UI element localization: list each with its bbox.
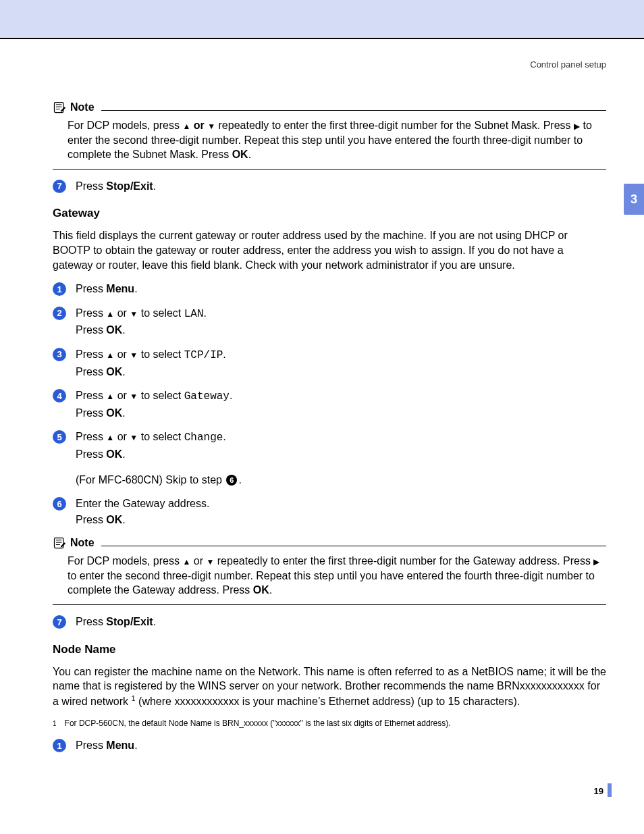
gateway-step-4: 4 Press ▲ or ▼ to select Gateway. Press … bbox=[53, 388, 606, 421]
gateway-step-6: 6 Enter the Gateway address. Press OK. bbox=[53, 496, 606, 528]
up-arrow-icon: ▲ bbox=[106, 433, 114, 442]
breadcrumb: Control panel setup bbox=[53, 59, 606, 70]
down-arrow-icon: ▼ bbox=[207, 122, 215, 131]
step-7-stop-exit: 7 Press Stop/Exit. bbox=[53, 179, 606, 195]
note-icon bbox=[53, 101, 66, 114]
down-arrow-icon: ▼ bbox=[130, 392, 138, 401]
footnote-1: 1 For DCP-560CN, the default Node Name i… bbox=[53, 719, 606, 729]
step-badge: 1 bbox=[53, 282, 66, 296]
node-step-1: 1 Press Menu. bbox=[53, 738, 606, 754]
gateway-step-5: 5 Press ▲ or ▼ to select Change. Press O… bbox=[53, 429, 606, 488]
footnote-text: For DCP-560CN, the default Node Name is … bbox=[65, 719, 451, 729]
page-number: 19 bbox=[594, 786, 603, 796]
step-badge: 3 bbox=[53, 348, 66, 361]
down-arrow-icon: ▼ bbox=[130, 433, 138, 442]
note-body: For DCP models, press ▲ or ▼ repeatedly … bbox=[68, 554, 606, 598]
right-arrow-icon: ▶ bbox=[574, 122, 580, 131]
note-end-rule bbox=[53, 169, 606, 170]
up-arrow-icon: ▲ bbox=[182, 557, 190, 567]
note-block-gateway: Note For DCP models, press ▲ or ▼ repeat… bbox=[53, 536, 606, 605]
gateway-step-3: 3 Press ▲ or ▼ to select TCP/IP. Press O… bbox=[53, 347, 606, 380]
step-badge: 5 bbox=[53, 430, 66, 444]
up-arrow-icon: ▲ bbox=[106, 309, 114, 319]
step-7-stop-exit-b: 7 Press Stop/Exit. bbox=[53, 615, 606, 631]
node-name-intro: You can register the machine name on the… bbox=[53, 664, 606, 709]
gateway-intro: This field displays the current gateway … bbox=[53, 228, 606, 272]
heading-gateway: Gateway bbox=[53, 207, 606, 220]
up-arrow-icon: ▲ bbox=[106, 392, 114, 401]
note-label: Note bbox=[70, 537, 95, 549]
step-badge: 1 bbox=[53, 739, 66, 752]
step-badge: 7 bbox=[53, 615, 66, 629]
note-block-subnet: Note For DCP models, press ▲ or ▼ repeat… bbox=[53, 101, 606, 170]
note-body: For DCP models, press ▲ or ▼ repeatedly … bbox=[68, 118, 606, 162]
up-arrow-icon: ▲ bbox=[106, 350, 114, 360]
page-number-bar bbox=[608, 783, 612, 797]
step-badge: 2 bbox=[53, 307, 66, 320]
gateway-step-2: 2 Press ▲ or ▼ to select LAN. Press OK. bbox=[53, 306, 606, 339]
heading-node-name: Node Name bbox=[53, 643, 606, 656]
footnote-number: 1 bbox=[53, 719, 57, 729]
right-arrow-icon: ▶ bbox=[593, 557, 599, 567]
page-content: Control panel setup Note For DCP models,… bbox=[0, 39, 644, 754]
step-badge: 7 bbox=[53, 180, 66, 193]
step-badge: 6 bbox=[53, 497, 66, 511]
note-label: Note bbox=[70, 101, 95, 113]
note-rule bbox=[101, 540, 606, 546]
inline-step-ref-icon: 6 bbox=[226, 475, 237, 486]
up-arrow-icon: ▲ bbox=[182, 122, 190, 131]
down-arrow-icon: ▼ bbox=[206, 557, 214, 567]
gateway-step-1: 1 Press Menu. bbox=[53, 282, 606, 298]
down-arrow-icon: ▼ bbox=[130, 309, 138, 319]
top-banner bbox=[0, 0, 644, 38]
down-arrow-icon: ▼ bbox=[130, 350, 138, 360]
note-icon bbox=[53, 536, 66, 550]
note-rule bbox=[101, 104, 606, 111]
note-end-rule bbox=[53, 604, 606, 605]
step-badge: 4 bbox=[53, 389, 66, 402]
